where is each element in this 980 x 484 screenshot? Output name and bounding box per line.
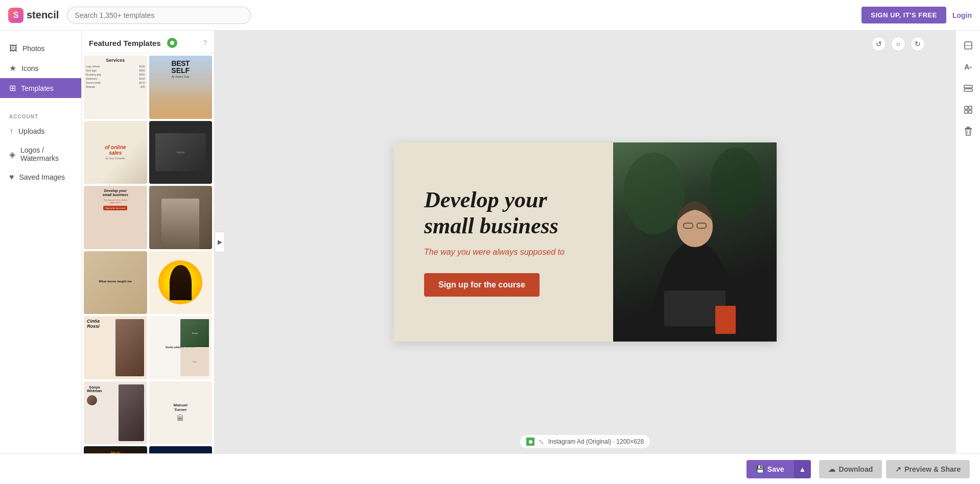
save-icon: 💾 — [756, 465, 764, 473]
template-thumb-1[interactable]: Services Logo refresh$100 New logo$400 B… — [84, 56, 147, 119]
sidebar-item-icons[interactable]: ★ Icons — [0, 58, 81, 78]
svg-rect-13 — [969, 106, 972, 109]
canvas-dimensions-label: Instagram Ad (Original) · 1200×628 — [548, 438, 644, 445]
download-button[interactable]: ☁ Download — [819, 460, 882, 478]
canvas-status-bar: ⤡ Instagram Ad (Original) · 1200×628 — [520, 435, 650, 448]
status-green-dot — [526, 438, 534, 446]
sidebar-item-uploads[interactable]: ↑ Uploads — [0, 122, 81, 141]
template-thumb-11[interactable]: SonyaWhitman — [84, 381, 147, 445]
login-button[interactable]: Login — [952, 11, 972, 19]
download-icon: ☁ — [828, 465, 835, 473]
delete-tool-button[interactable] — [960, 123, 977, 140]
layout-tool-button[interactable] — [960, 80, 977, 97]
template-thumb-5[interactable]: Develop yoursmall business The way you w… — [84, 186, 147, 249]
svg-rect-15 — [969, 110, 972, 113]
canvas-area: ↺ ○ ↻ Develop your small business The wa… — [215, 31, 955, 453]
svg-point-0 — [623, 153, 685, 234]
sidebar-label-uploads: Uploads — [18, 127, 44, 135]
templates-icon: ⊞ — [9, 83, 16, 93]
template-thumb-13[interactable]: THE OGGAMER — [84, 446, 147, 453]
logos-icon: ◈ — [9, 150, 15, 159]
panel-collapse-button[interactable]: ▶ — [215, 232, 225, 252]
svg-rect-16 — [967, 127, 970, 128]
canvas-left-panel: Develop your small business The way you … — [393, 142, 613, 342]
template-thumb-2[interactable]: BEST SELF By Norma Gray — [149, 56, 213, 119]
template-scroll[interactable]: Services Logo refresh$100 New logo$400 B… — [82, 54, 214, 453]
canvas-controls: ↺ ○ ↻ — [872, 37, 925, 51]
svg-rect-7 — [715, 306, 736, 334]
template-thumb-10[interactable]: Studio address: Contact info Work hours … — [149, 316, 213, 379]
right-tools-panel: Aa — [955, 31, 980, 453]
template-thumb-7[interactable]: What tennis taught me — [84, 251, 147, 314]
template-thumb-14[interactable]: AR GEAR Unleashed — [149, 446, 213, 453]
sidebar-item-saved[interactable]: ♥ Saved Images — [0, 167, 81, 187]
template-panel-header: Featured Templates ? — [82, 31, 214, 54]
template-thumb-9[interactable]: CintiaRossi — [84, 316, 147, 379]
undo-button[interactable]: ↺ — [872, 37, 886, 51]
save-label: Save — [767, 465, 784, 473]
download-label: Download — [838, 465, 873, 473]
sidebar-item-photos[interactable]: 🖼 Photos — [0, 39, 81, 58]
template-thumb-4[interactable]: laptop — [149, 121, 213, 184]
photos-icon: 🖼 — [9, 44, 17, 53]
text-tool-button[interactable]: Aa — [960, 58, 977, 76]
icons-icon: ★ — [9, 63, 16, 73]
sidebar-item-logos[interactable]: ◈ Logos / Watermarks — [0, 141, 81, 167]
sidebar-divider — [0, 102, 81, 103]
save-button[interactable]: 💾 Save — [746, 460, 794, 478]
redo-button[interactable]: ↻ — [911, 37, 925, 51]
template-panel-title: Featured Templates — [89, 39, 161, 47]
save-dropdown-button[interactable]: ▲ — [794, 460, 811, 478]
signup-button[interactable]: SIGN UP, IT'S FREE — [861, 7, 946, 23]
template-thumb-12[interactable]: ManuelTurner 🏛 — [149, 381, 213, 445]
grid-tool-button[interactable] — [960, 101, 977, 118]
sidebar-label-icons: Icons — [21, 64, 38, 72]
account-section-label: ACCOUNT — [0, 107, 81, 122]
sidebar-label-logos: Logos / Watermarks — [20, 146, 72, 162]
canvas-photo — [613, 142, 777, 342]
canvas-design[interactable]: Develop your small business The way you … — [393, 142, 777, 342]
sidebar: 🖼 Photos ★ Icons ⊞ Templates ACCOUNT ↑ U… — [0, 31, 82, 453]
template-panel: Featured Templates ? Services Logo refre… — [82, 31, 215, 453]
search-input[interactable] — [67, 7, 251, 24]
template-thumb-3[interactable]: of onlinesales by Gary Smoeller — [84, 121, 147, 184]
featured-green-dot — [167, 38, 177, 48]
canvas-right-panel — [613, 142, 777, 342]
logo-text: stencil — [27, 9, 59, 21]
svg-point-1 — [710, 148, 761, 219]
svg-rect-12 — [965, 106, 968, 109]
svg-rect-10 — [964, 85, 972, 88]
preview-share-button[interactable]: ↗ Preview & Share — [886, 460, 970, 478]
sidebar-item-templates[interactable]: ⊞ Templates — [0, 78, 81, 98]
template-thumb-8[interactable] — [149, 251, 213, 314]
search-container — [67, 7, 251, 24]
topbar: S stencil SIGN UP, IT'S FREE Login — [0, 0, 980, 31]
topbar-right: SIGN UP, IT'S FREE Login — [861, 7, 972, 23]
canvas-cta-button[interactable]: Sign up for the course — [424, 273, 540, 297]
template-grid: Services Logo refresh$100 New logo$400 B… — [82, 54, 214, 453]
canvas-wrapper: Develop your small business The way you … — [393, 142, 777, 342]
main-layout: 🖼 Photos ★ Icons ⊞ Templates ACCOUNT ↑ U… — [0, 31, 980, 453]
history-button[interactable]: ○ — [891, 37, 905, 51]
canvas-subtext[interactable]: The way you were always supposed to — [424, 248, 588, 257]
save-arrow-icon: ▲ — [799, 465, 806, 473]
sidebar-label-photos: Photos — [22, 44, 45, 53]
svg-rect-14 — [965, 110, 968, 113]
logo-area: S stencil — [8, 8, 59, 23]
canvas-headline[interactable]: Develop your small business — [424, 187, 588, 239]
bottom-bar: 💾 Save ▲ ☁ Download ↗ Preview & Share — [0, 453, 980, 484]
saved-icon: ♥ — [9, 173, 14, 182]
save-button-group: 💾 Save ▲ — [746, 460, 811, 478]
preview-label: Preview & Share — [904, 465, 961, 473]
preview-icon: ↗ — [895, 465, 901, 473]
svg-rect-11 — [964, 89, 972, 91]
resize-tool-button[interactable] — [960, 37, 977, 54]
sidebar-label-saved: Saved Images — [19, 173, 65, 181]
template-info-icon[interactable]: ? — [203, 39, 207, 47]
resize-icon-small: ⤡ — [539, 438, 544, 446]
sidebar-label-templates: Templates — [21, 84, 54, 92]
logo-icon: S — [8, 8, 24, 23]
uploads-icon: ↑ — [9, 127, 13, 136]
template-thumb-6[interactable] — [149, 186, 213, 249]
